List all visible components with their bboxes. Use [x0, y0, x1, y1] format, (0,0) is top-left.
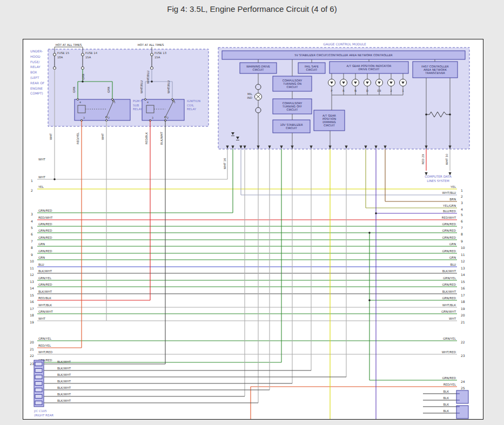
wire-label: BLK/WHT [442, 269, 456, 273]
wire-label: GRN/YEL [443, 337, 456, 340]
warning-drive-label: WARNING DRIVE [246, 65, 270, 68]
gear-position-label: 2 [390, 89, 392, 92]
compulsory-label: CIRCUIT [286, 85, 298, 89]
relay-label: COIL [187, 104, 194, 107]
wire-label: GRN/RED [442, 222, 456, 226]
right-pin-number: 6 [461, 219, 463, 223]
a-t-gear-label: POSITION [322, 117, 336, 120]
a-t-gear-label: CIRCUIT [324, 124, 335, 127]
right-pin-number: 1 [461, 188, 463, 192]
module-pin-label: WHT 16 [223, 158, 226, 169]
right-pin-number: 19 [461, 307, 465, 311]
wire-label: GRN/RED [442, 249, 456, 253]
junction-dot [53, 178, 56, 180]
fuse-terminal-icon [82, 67, 84, 70]
fast-controller-label: TRANSCEIVER [425, 71, 445, 75]
ground-connector [456, 406, 468, 419]
wire-label: GRN/YEL [38, 276, 52, 280]
relay-label: PGM FI [133, 99, 143, 103]
a-t-gear-position-indicator-label: DRIVE CIRCUIT [358, 68, 380, 71]
fuse-terminal-icon [53, 67, 56, 70]
left-pin-number: 10 [30, 259, 34, 263]
relay-pin-icon [77, 98, 78, 100]
left-pin-number: 12 [30, 273, 34, 276]
wire-label: GRN [107, 86, 110, 93]
wire-label: BLK/WHT [57, 393, 71, 396]
jc-connector-label: (RIGHT REAR [34, 414, 53, 417]
right-pin-number: 4 [461, 207, 463, 211]
fusebox-title: FUSE/ [30, 60, 40, 64]
relay-pin-icon [111, 98, 113, 100]
10v-stabilizer-label: CIRCUIT [286, 126, 298, 130]
compulsory-label: CIRCUIT [286, 108, 298, 111]
wire-label: BLK [443, 403, 449, 406]
relay-label: SUB [133, 104, 139, 107]
relay-label: RELAY [133, 107, 143, 111]
gear-position-label: P [331, 89, 332, 92]
left-pin-number: 13 [30, 280, 34, 284]
wire-label: YEL [38, 185, 44, 188]
wire-label: GRN/WHT [441, 310, 456, 313]
fuse-name: FUSE 15 [57, 51, 69, 55]
fusebox-title: REAR OF [30, 81, 45, 85]
fusebox-title: (LEFT [30, 76, 39, 79]
wire-label: RED/BLK [145, 132, 148, 144]
right-pin-number: 10 [461, 246, 465, 249]
fusebox-title: UNDER- [30, 49, 43, 53]
module-pin-label: WHT 30 [445, 154, 448, 165]
10v-stabilizer-label: 10V STABILIZER [280, 123, 303, 126]
right-pin-number: 18 [461, 300, 465, 303]
wire-label: BLU [450, 263, 456, 266]
wire-label: BLK [443, 409, 449, 413]
right-pin-number: 16 [461, 286, 465, 290]
wire-label: BLU [38, 263, 44, 266]
left-pin-number: 4 [31, 219, 33, 223]
left-pin-number: 14 [30, 286, 34, 290]
wire-label: GRN [449, 256, 456, 259]
fuse-rating: 15A [85, 56, 91, 59]
right-pin-number: 14 [461, 273, 465, 276]
a-t-gear-label: DIMMING [322, 120, 335, 124]
left-pin-number: 6 [31, 232, 33, 236]
fail-safe-label: CIRCUIT [306, 68, 318, 71]
junction-dot [82, 80, 84, 83]
gauge-control-module-title: GAUGE CONTROL MODULE [323, 43, 366, 46]
wire-label: YEL/GRN [442, 204, 456, 207]
relay-pin-number: 1 [114, 101, 116, 104]
jc-pin [35, 395, 42, 399]
wire-label: WHT/BLU [140, 80, 143, 93]
wire-label: GRN/RED [442, 376, 456, 380]
wire-label: BLK [443, 396, 449, 400]
wire-label: GRN [38, 242, 45, 246]
relay-label: RELAY [187, 107, 197, 111]
right-pin-number: 23 [461, 354, 465, 357]
wire-label: GRN/RED [442, 296, 456, 300]
relay-pin-number: 4 [79, 101, 81, 104]
figure-title-bar: Fig 4: 3.5L, Engine Performance Circuit … [0, 0, 504, 18]
junction-dot [449, 113, 451, 116]
wire-label: BLK/WHT [160, 131, 163, 145]
right-pin-number: 25 [461, 386, 465, 390]
left-pin-number: 22 [30, 354, 34, 357]
fusebox-title: COMPT) [30, 91, 43, 95]
relay-pin-number: 4 [147, 101, 149, 104]
wire-label: RED/YEL [76, 132, 79, 144]
right-pin-number: 9 [461, 239, 463, 243]
right-pin-number: 22 [461, 340, 465, 344]
diagram-sheet: 5V STABILIZER CIRCUIT/CONTROLLER AREA NE… [23, 39, 483, 420]
fast-controller-label: FAST CONTROLLER [421, 65, 449, 68]
fuse-terminal-icon [151, 67, 153, 70]
wiring-diagram: 5V STABILIZER CIRCUIT/CONTROLLER AREA NE… [23, 39, 483, 419]
fuse-terminal-icon [151, 53, 153, 56]
wire-label: BLK/WHT [57, 367, 71, 370]
right-pin-number: 20 [461, 313, 465, 317]
wire-label: WHT/RED [442, 350, 456, 354]
right-pin-number: 12 [461, 259, 465, 263]
wire-label: RED/YEL [38, 344, 51, 347]
compulsory-label: COMPULSORY [283, 102, 303, 105]
left-pin-number: 9 [31, 253, 33, 257]
wire-label: GRN/YEL [38, 337, 52, 340]
left-pin-number: 19 [30, 320, 34, 324]
left-pin-number: 8 [31, 246, 33, 249]
computer-data-lines-label: LINES SYSTEM [427, 179, 449, 183]
